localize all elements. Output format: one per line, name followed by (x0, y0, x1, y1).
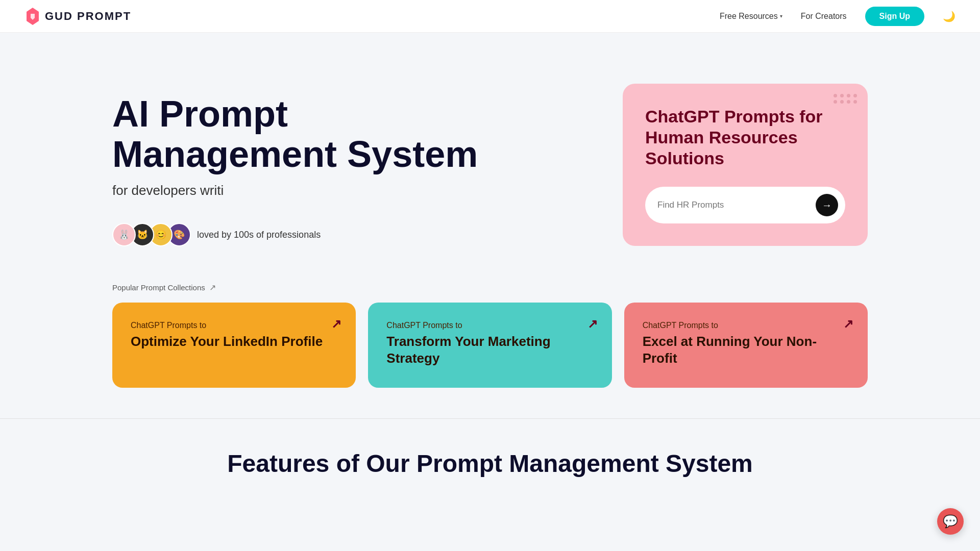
avatars: 🐰 🐱 😊 🎨 (112, 223, 186, 246)
collection-card-linkedin[interactable]: ↗ ChatGPT Prompts to Optimize Your Linke… (112, 303, 356, 388)
dots-decoration (834, 94, 857, 104)
hero-card-title: ChatGPT Prompts for Human Resources Solu… (645, 106, 845, 168)
for-creators-link[interactable]: For Creators (801, 12, 847, 21)
collection-card-marketing[interactable]: ↗ ChatGPT Prompts to Transform Your Mark… (368, 303, 611, 388)
dot (840, 100, 844, 104)
collection-card-nonprofit[interactable]: ↗ ChatGPT Prompts to Excel at Running Yo… (624, 303, 868, 388)
hero-title: AI Prompt Management System (112, 94, 582, 174)
dot (847, 100, 850, 104)
chat-widget[interactable]: 💬 (937, 508, 964, 535)
features-title: Features of Our Prompt Management System (112, 449, 868, 478)
loved-text: loved by 100s of professionals (197, 230, 321, 240)
hero-title-line1: AI Prompt (112, 93, 288, 134)
free-resources-link[interactable]: Free Resources ▾ (720, 12, 782, 21)
moon-icon: 🌙 (943, 11, 955, 22)
hero-section: AI Prompt Management System for develope… (0, 33, 980, 278)
dot (834, 94, 837, 97)
card-title-1: Optimize Your LinkedIn Profile (131, 333, 337, 350)
collections-label: Popular Prompt Collections ↗ (112, 283, 868, 292)
dot (853, 94, 857, 97)
navbar: GUD PROMPT Free Resources ▾ For Creators… (0, 0, 980, 33)
dark-mode-button[interactable]: 🌙 (943, 10, 955, 22)
hero-subtitle: for developers writi (112, 183, 582, 198)
hero-card: ChatGPT Prompts for Human Resources Solu… (623, 84, 868, 246)
logo-text: GUD PROMPT (45, 10, 131, 23)
arrow-icon: ↗ (209, 283, 216, 292)
chevron-down-icon: ▾ (780, 13, 782, 19)
dot (847, 94, 850, 97)
dot (834, 100, 837, 104)
collections-section: Popular Prompt Collections ↗ ↗ ChatGPT P… (0, 278, 980, 418)
chat-icon: 💬 (943, 514, 958, 529)
search-input[interactable] (657, 200, 811, 210)
search-button[interactable]: → (816, 194, 838, 216)
dot (853, 100, 857, 104)
card-pre-1: ChatGPT Prompts to (131, 321, 337, 330)
card-pre-2: ChatGPT Prompts to (386, 321, 593, 330)
card-title-2: Transform Your Marketing Strategy (386, 333, 593, 366)
logo-icon (24, 7, 41, 26)
card-title-3: Excel at Running Your Non-Profit (643, 333, 849, 366)
collections-grid: ↗ ChatGPT Prompts to Optimize Your Linke… (112, 303, 868, 388)
card-arrow-icon: ↗ (331, 317, 341, 331)
card-arrow-icon: ↗ (843, 317, 853, 331)
features-section: Features of Our Prompt Management System (0, 418, 980, 478)
avatar-group: 🐰 🐱 😊 🎨 loved by 100s of professionals (112, 223, 582, 246)
hero-text: AI Prompt Management System for develope… (112, 84, 582, 246)
for-creators-label: For Creators (801, 12, 847, 21)
avatar: 🐰 (112, 223, 136, 246)
hero-title-line2: Management System (112, 134, 478, 174)
signup-button[interactable]: Sign Up (865, 7, 924, 26)
collections-label-text: Popular Prompt Collections (112, 283, 205, 292)
logo[interactable]: GUD PROMPT (24, 7, 131, 26)
search-bar: → (645, 187, 845, 223)
dot (840, 94, 844, 97)
card-pre-3: ChatGPT Prompts to (643, 321, 849, 330)
free-resources-label: Free Resources (720, 12, 778, 21)
card-arrow-icon: ↗ (587, 317, 598, 331)
nav-links: Free Resources ▾ For Creators Sign Up 🌙 (720, 7, 955, 26)
arrow-right-icon: → (822, 199, 832, 211)
